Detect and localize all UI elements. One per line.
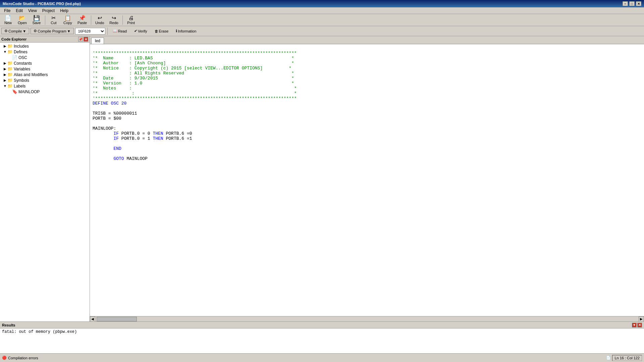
mainloop-icon: 🔖 [12, 89, 17, 94]
menu-project[interactable]: Project [40, 8, 57, 14]
labels-folder-icon: 📁 [7, 83, 13, 88]
title-text: MicroCode Studio - PICBASIC PRO (led.pbp… [3, 2, 81, 6]
maximize-button[interactable]: □ [629, 1, 635, 6]
code-line-9: '* : * [93, 91, 297, 96]
tree-item-mainloop[interactable]: 🔖 MAINLOOP [0, 89, 90, 95]
labels-expander: ▼ [3, 84, 7, 88]
constants-label: Constants [14, 61, 32, 66]
results-title: Results [2, 323, 15, 327]
results-close-button[interactable]: ✕ [637, 323, 642, 327]
scroll-track[interactable] [95, 316, 639, 321]
results-panel: Results ▼ ✕ fatal: out of memory (pbpw.e… [0, 321, 644, 353]
read-icon: 📖 [113, 29, 117, 33]
read-button[interactable]: 📖 Read [110, 28, 130, 34]
variables-folder-icon: 📁 [7, 66, 13, 71]
constants-expander: ▶ [3, 61, 7, 65]
file-icon: 📄 [606, 356, 611, 360]
print-icon: 🖨 [128, 15, 134, 21]
open-icon: 📂 [19, 15, 25, 21]
tree-item-constants[interactable]: ▶ 📁 Constants [0, 60, 90, 66]
code-line-11: DEFINE OSC 20 [93, 101, 126, 106]
tree-item-variables[interactable]: ▶ 📁 Variables [0, 66, 90, 72]
sidebar-header-controls: 📌 ✕ [78, 37, 88, 42]
tree-item-osc[interactable]: 📄 OSC [0, 55, 90, 60]
title-bar-controls: – □ ✕ [623, 1, 641, 6]
osc-expander [7, 56, 12, 59]
undo-button[interactable]: ↩ Undo [93, 14, 106, 26]
code-line-22: GOTO MAINLOOP [93, 156, 148, 161]
compile-program-button[interactable]: ⚙ Compile Program ▼ [31, 28, 73, 34]
includes-label: Includes [14, 44, 29, 49]
paste-icon: 📌 [79, 15, 86, 21]
main-area: Code Explorer 📌 ✕ ▶ 📁 Includes ▼ 📁 Defin… [0, 36, 644, 321]
paste-label: Paste [77, 21, 87, 25]
scroll-right-button[interactable]: ▶ [639, 316, 644, 322]
chip-select[interactable]: 16F628 16F84A 18F452 [75, 28, 105, 35]
error-text: fatal: out of memory (pbpw.exe) [2, 329, 77, 334]
symbols-label: Symbols [14, 78, 29, 83]
horizontal-scrollbar[interactable]: ◀ ▶ [90, 316, 644, 321]
erase-label: Erase [159, 29, 169, 33]
read-label: Read [118, 29, 127, 33]
tree-item-labels[interactable]: ▼ 📁 Labels [0, 83, 90, 89]
menu-view[interactable]: View [25, 8, 40, 14]
new-icon: 📄 [5, 15, 11, 21]
defines-expander: ▼ [3, 50, 7, 54]
results-dropdown-icon[interactable]: ▼ [632, 323, 637, 327]
editor[interactable]: '***************************************… [90, 44, 644, 316]
tree-item-alias[interactable]: ▶ 📁 Alias and Modifiers [0, 72, 90, 77]
verify-button[interactable]: ✔ Verify [131, 28, 150, 34]
tree-item-includes[interactable]: ▶ 📁 Includes [0, 43, 90, 49]
toolbar: 📄 New 📂 Open 💾 Save ✂ Cut 📋 Copy 📌 Paste… [0, 14, 644, 26]
copy-button[interactable]: 📋 Copy [61, 14, 74, 26]
new-button[interactable]: 📄 New [1, 14, 15, 26]
redo-label: Redo [109, 21, 118, 25]
scroll-thumb[interactable] [97, 317, 137, 321]
save-button[interactable]: 💾 Save [30, 14, 43, 26]
status-right: 📄 Ln 16 : Col 122 [606, 355, 642, 361]
status-left: 🔴 Compilation errors [2, 356, 38, 360]
scroll-left-button[interactable]: ◀ [90, 316, 95, 322]
tree-item-symbols[interactable]: ▶ 📁 Symbols [0, 77, 90, 83]
undo-icon: ↩ [98, 15, 102, 21]
compile-dropdown-arrow: ▼ [22, 29, 26, 33]
compile-program-arrow: ▼ [67, 29, 71, 33]
tab-led[interactable]: led [91, 38, 104, 44]
code-line-4: '* Notice : Copyright (c) 2015 [select V… [93, 66, 291, 71]
code-line-16: MAINLOOP: [93, 126, 116, 131]
code-line-7: '* Version : 1.0 * [93, 81, 294, 86]
variables-label: Variables [14, 67, 30, 71]
menu-file[interactable]: File [1, 8, 13, 14]
includes-expander: ▶ [3, 44, 7, 48]
compile-icon: ⚙ [4, 29, 8, 33]
editor-container: led '***********************************… [90, 36, 644, 321]
sep1 [45, 15, 45, 25]
tree-item-defines[interactable]: ▼ 📁 Defines [0, 49, 90, 55]
print-label: Print [127, 21, 135, 25]
information-button[interactable]: ℹ Information [173, 28, 199, 34]
menu-bar: File Edit View Project Help [0, 7, 644, 14]
cut-button[interactable]: ✂ Cut [47, 14, 60, 26]
paste-button[interactable]: 📌 Paste [75, 14, 89, 26]
close-window-button[interactable]: ✕ [636, 1, 641, 6]
sidebar-title: Code Explorer [1, 37, 26, 41]
redo-button[interactable]: ↪ Redo [107, 14, 120, 26]
sep2 [91, 15, 91, 25]
open-label: Open [18, 21, 27, 25]
menu-help[interactable]: Help [57, 8, 71, 14]
sidebar-pin-button[interactable]: 📌 [78, 37, 83, 42]
erase-button[interactable]: 🗑 Erase [152, 28, 172, 34]
mainloop-label: MAINLOOP [18, 89, 40, 94]
compile-button[interactable]: ⚙ Compile ▼ [1, 28, 29, 34]
menu-edit[interactable]: Edit [13, 8, 25, 14]
open-button[interactable]: 📂 Open [15, 14, 29, 26]
symbols-folder-icon: 📁 [7, 78, 13, 83]
print-button[interactable]: 🖨 Print [124, 14, 138, 26]
error-indicator-icon: 🔴 [2, 356, 7, 360]
defines-folder-icon: 📁 [7, 49, 13, 54]
save-icon: 💾 [33, 15, 40, 21]
code-line-8: '* Notes : * [93, 86, 297, 91]
sidebar-close-button[interactable]: ✕ [84, 37, 88, 42]
minimize-button[interactable]: – [623, 1, 628, 6]
defines-label: Defines [14, 50, 28, 54]
